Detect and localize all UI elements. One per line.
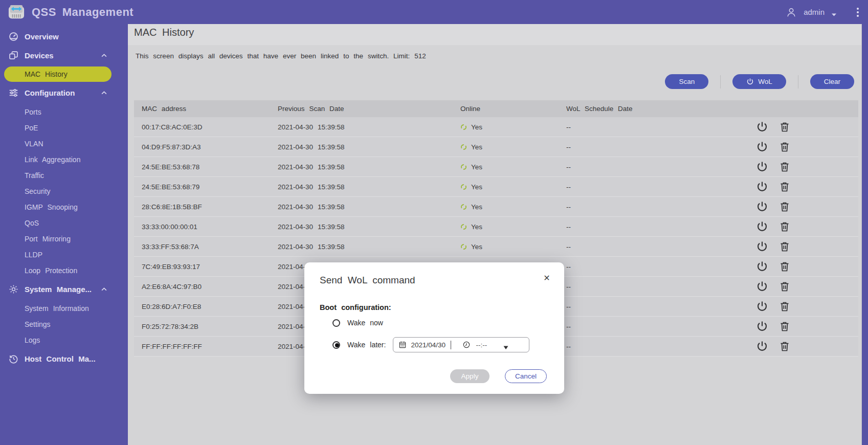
trash-icon[interactable] (778, 220, 791, 233)
cancel-button[interactable]: Cancel (505, 369, 547, 383)
mac-address-cell: 28:C6:8E:1B:5B:BF (134, 203, 278, 211)
close-icon[interactable]: ✕ (542, 273, 552, 283)
sidebar-item-ports[interactable]: Ports (0, 104, 128, 120)
chevron-down-icon[interactable] (831, 10, 837, 14)
sidebar-item-label: IGMP Snooping (25, 203, 78, 211)
wol-button[interactable]: WoL (732, 74, 786, 89)
boot-configuration-label: Boot configuration: (320, 303, 391, 312)
sidebar-item-traffic[interactable]: Traffic (0, 167, 128, 183)
trash-icon[interactable] (778, 300, 791, 313)
mac-address-cell: 33:33:FF:53:68:7A (134, 243, 278, 251)
previous-scan-date-cell: 2021-04-30 15:39:58 (278, 143, 460, 151)
wol-schedule-cell: -- (566, 203, 748, 211)
mac-address-cell: FF:FF:FF:FF:FF:FF (134, 343, 278, 350)
sidebar-item-logs[interactable]: Logs (0, 332, 128, 348)
power-icon[interactable] (756, 121, 768, 133)
mac-address-cell: 24:5E:BE:53:68:79 (134, 183, 278, 191)
text-cursor (451, 341, 452, 349)
sidebar-item-devices[interactable]: Devices (0, 48, 128, 63)
trash-icon[interactable] (778, 240, 791, 253)
chevron-up-icon[interactable] (100, 52, 108, 59)
sidebar-item-poe[interactable]: PoE (0, 120, 128, 136)
power-icon[interactable] (756, 181, 768, 193)
schedule-datetime-input[interactable]: 2021/04/30 --:-- (393, 337, 529, 352)
power-icon[interactable] (756, 220, 768, 233)
devices-icon (8, 50, 19, 61)
wake-later-option[interactable]: Wake later: 2021/04/30 --:-- (332, 337, 529, 352)
user-menu[interactable]: admin (804, 8, 825, 16)
wake-later-label: Wake later: (347, 341, 386, 349)
calendar-icon (398, 341, 407, 349)
power-icon[interactable] (756, 280, 768, 293)
table-row: 04:D9:F5:87:3D:A32021-04-30 15:39:58Yes-… (134, 137, 858, 157)
sidebar-item-vlan[interactable]: VLAN (0, 136, 128, 151)
table-row: 33:33:FF:53:68:7A2021-04-30 15:39:58Yes-… (134, 237, 858, 257)
sidebar-item-system-manage[interactable]: System Manage... (0, 281, 128, 297)
wol-schedule-cell: -- (566, 163, 748, 171)
toolbar: Scan WoL Clear (665, 74, 854, 89)
apply-button[interactable]: Apply (450, 369, 489, 383)
row-actions (748, 320, 858, 332)
sidebar-item-host-control-ma[interactable]: Host Control Ma... (0, 351, 128, 367)
row-actions (748, 340, 858, 352)
chevron-up-icon[interactable] (100, 285, 108, 293)
trash-icon[interactable] (778, 260, 791, 273)
chevron-up-icon[interactable] (100, 89, 108, 97)
row-actions (748, 121, 858, 133)
online-cell: Yes (460, 143, 566, 151)
power-icon[interactable] (756, 300, 768, 313)
row-actions (748, 280, 858, 293)
caret-down-icon[interactable] (503, 343, 508, 347)
switch-device-icon (8, 4, 25, 20)
kebab-menu-icon[interactable] (857, 8, 859, 17)
wol-schedule-cell: -- (566, 263, 748, 271)
sidebar-item-igmp-snooping[interactable]: IGMP Snooping (0, 199, 128, 215)
page-title: MAC History (134, 27, 194, 38)
sidebar-item-port-mirroring[interactable]: Port Mirroring (0, 231, 128, 247)
power-icon[interactable] (756, 141, 768, 153)
trash-icon[interactable] (778, 161, 791, 173)
online-cell: Yes (460, 163, 566, 171)
trash-icon[interactable] (778, 121, 791, 133)
gauge-icon (8, 31, 19, 42)
gear-icon (8, 284, 19, 295)
sidebar-item-link-aggregation[interactable]: Link Aggregation (0, 151, 128, 167)
sidebar-item-security[interactable]: Security (0, 183, 128, 199)
app-header: QSS Management admin (0, 0, 868, 24)
online-status-icon (460, 144, 467, 150)
wake-now-option[interactable]: Wake now (332, 319, 383, 327)
power-icon[interactable] (756, 201, 768, 213)
trash-icon[interactable] (778, 320, 791, 332)
sidebar-item-qos[interactable]: QoS (0, 215, 128, 231)
power-icon[interactable] (756, 161, 768, 173)
trash-icon[interactable] (778, 181, 791, 193)
sidebar-item-system-information[interactable]: System Information (0, 300, 128, 316)
wake-later-radio[interactable] (332, 341, 340, 349)
online-status-icon (460, 184, 467, 190)
power-icon[interactable] (756, 320, 768, 332)
sidebar-item-label: Ports (25, 108, 41, 116)
trash-icon[interactable] (778, 280, 791, 293)
sidebar-item-mac-history[interactable]: MAC History (4, 66, 112, 82)
sidebar-item-loop-protection[interactable]: Loop Protection (0, 262, 128, 278)
sidebar-item-lldp[interactable]: LLDP (0, 247, 128, 262)
trash-icon[interactable] (778, 141, 791, 153)
scan-button[interactable]: Scan (665, 74, 708, 89)
online-status-icon (460, 164, 467, 170)
power-icon[interactable] (756, 340, 768, 352)
power-icon[interactable] (756, 260, 768, 273)
power-icon[interactable] (756, 240, 768, 253)
sidebar-item-overview[interactable]: Overview (0, 29, 128, 44)
row-actions (748, 220, 858, 233)
mac-address-cell: 7C:49:EB:93:93:17 (134, 263, 278, 271)
sidebar-item-configuration[interactable]: Configuration (0, 85, 128, 101)
row-actions (748, 300, 858, 313)
trash-icon[interactable] (778, 340, 791, 352)
wol-button-label: WoL (758, 78, 772, 85)
table-row: 33:33:00:00:00:012021-04-30 15:39:58Yes-… (134, 217, 858, 237)
wake-now-radio[interactable] (332, 319, 340, 327)
clear-button[interactable]: Clear (810, 74, 854, 89)
previous-scan-date-cell: 2021-04-30 15:39:58 (278, 183, 460, 191)
trash-icon[interactable] (778, 201, 791, 213)
sidebar-item-settings[interactable]: Settings (0, 316, 128, 332)
